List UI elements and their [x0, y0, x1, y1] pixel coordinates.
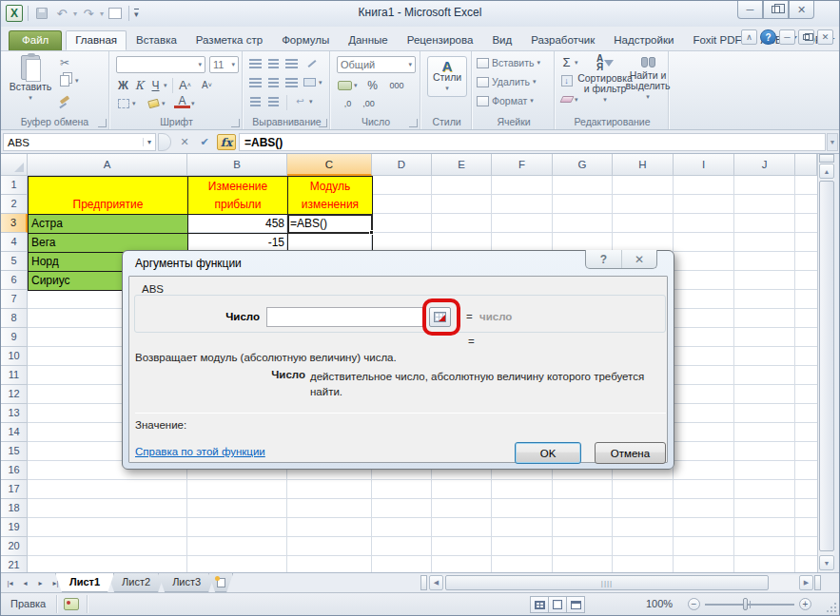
row-header-11[interactable]: 11	[1, 366, 28, 385]
scroll-right-icon[interactable]: ▶	[799, 575, 813, 590]
zoom-out-icon[interactable]: −	[688, 598, 700, 610]
ok-button[interactable]: OK	[515, 442, 581, 464]
ribbon-tab-рецензирова[interactable]: Рецензирова	[398, 30, 483, 50]
find-select-button[interactable]: Найти и выделить ▾	[629, 54, 667, 102]
font-dialog-launcher-icon[interactable]	[231, 119, 240, 127]
column-header-J[interactable]: J	[734, 154, 795, 176]
dialog-help-icon[interactable]: ?	[586, 250, 621, 268]
row-header-20[interactable]: 20	[1, 537, 28, 556]
autosum-button[interactable]: Σ	[558, 54, 575, 70]
horizontal-scroll-thumb[interactable]: ||||	[445, 575, 769, 590]
insert-cells-button[interactable]: Вставить▾	[477, 57, 540, 68]
sheet-tab-лист1[interactable]: Лист1	[55, 573, 114, 592]
row-header-1[interactable]: 1	[1, 176, 28, 195]
ribbon-tab-формулы[interactable]: Формулы	[272, 30, 339, 50]
scroll-down-icon[interactable]: ▼	[819, 555, 834, 570]
font-size-combo[interactable]: 11▾	[209, 56, 239, 73]
clear-dropdown-icon[interactable]: ▾	[575, 96, 578, 104]
ribbon-tab-вставка[interactable]: Вставка	[127, 30, 186, 50]
number-argument-input[interactable]	[266, 307, 425, 327]
borders-dropdown-icon[interactable]: ▾	[132, 100, 136, 107]
copy-dropdown-icon[interactable]: ▾	[75, 77, 79, 85]
workbook-restore-icon[interactable]	[798, 29, 814, 45]
column-header-partial[interactable]	[795, 154, 817, 176]
name-box-dropdown-icon[interactable]: ▾	[143, 138, 151, 146]
percent-style-button[interactable]: %	[364, 77, 381, 93]
number-format-combo[interactable]: Общий▾	[337, 56, 416, 73]
clipboard-dialog-launcher-icon[interactable]	[98, 119, 107, 127]
column-header-B[interactable]: B	[187, 154, 287, 176]
wrap-text-icon[interactable]: ↩	[292, 93, 308, 109]
sort-filter-button[interactable]: АЯ Сортировка и фильтр ▾	[583, 54, 627, 105]
name-box[interactable]: ABS▾	[3, 133, 156, 151]
accounting-format-icon[interactable]	[337, 77, 353, 93]
copy-icon[interactable]	[56, 72, 73, 88]
insert-worksheet-button[interactable]	[208, 573, 233, 592]
ribbon-tab-данные[interactable]: Данные	[339, 30, 398, 50]
horizontal-split-handle[interactable]	[814, 575, 821, 590]
function-help-link[interactable]: Справка по этой функции	[135, 446, 265, 457]
minimize-ribbon-icon[interactable]: ∧	[741, 29, 757, 45]
number-dialog-launcher-icon[interactable]	[409, 119, 418, 127]
ribbon-tab-разметка-стр[interactable]: Разметка стр	[186, 30, 272, 50]
cut-icon[interactable]: ✂	[56, 54, 73, 70]
row-header-14[interactable]: 14	[1, 423, 28, 442]
row-header-16[interactable]: 16	[1, 461, 28, 480]
cancel-entry-icon[interactable]: ✕	[176, 134, 193, 150]
row-header-3[interactable]: 3	[1, 214, 28, 233]
cell-B1:B2[interactable]: Изменение прибыли	[187, 176, 288, 215]
styles-button[interactable]: A Стили ▾	[427, 56, 467, 97]
restore-button[interactable]	[763, 1, 789, 19]
font-color-button[interactable]: А	[174, 95, 190, 108]
format-cells-button[interactable]: Формат▾	[477, 95, 534, 106]
sheet-tab-лист2[interactable]: Лист2	[107, 573, 165, 592]
row-header-6[interactable]: 6	[1, 271, 28, 290]
cell-A1:A2[interactable]: Предприятие	[28, 176, 188, 215]
zoom-slider-handle[interactable]	[743, 598, 748, 610]
paste-button[interactable]: Вставить ▾	[9, 55, 52, 103]
resize-grip-icon[interactable]	[826, 602, 837, 613]
workbook-close-icon[interactable]: ✕	[817, 29, 833, 45]
row-header-15[interactable]: 15	[1, 442, 28, 461]
column-header-H[interactable]: H	[613, 154, 674, 176]
row-header-17[interactable]: 17	[1, 480, 28, 499]
column-header-G[interactable]: G	[553, 154, 613, 176]
row-header-12[interactable]: 12	[1, 385, 28, 404]
first-sheet-icon[interactable]: |◂	[3, 575, 17, 590]
fill-color-dropdown-icon[interactable]: ▾	[162, 100, 166, 107]
align-left-icon[interactable]	[247, 74, 264, 90]
alignment-dialog-launcher-icon[interactable]	[319, 119, 327, 127]
vertical-split-handle[interactable]	[819, 154, 834, 163]
align-middle-icon[interactable]	[265, 55, 282, 71]
active-cell-selection[interactable]	[287, 214, 373, 234]
borders-icon[interactable]	[115, 95, 131, 111]
macro-record-icon[interactable]	[64, 598, 79, 610]
align-bottom-icon[interactable]	[283, 55, 300, 71]
increase-indent-icon[interactable]	[265, 93, 282, 109]
column-header-I[interactable]: I	[674, 154, 734, 176]
help-icon[interactable]: ?	[760, 29, 776, 45]
cancel-button[interactable]: Отмена	[595, 442, 666, 464]
align-center-icon[interactable]	[265, 74, 282, 90]
tab-split-handle[interactable]	[420, 575, 427, 590]
format-painter-icon[interactable]	[56, 91, 73, 107]
orientation-icon[interactable]	[303, 55, 320, 71]
merge-dropdown-icon[interactable]: ▾	[319, 79, 322, 87]
row-header-13[interactable]: 13	[1, 404, 28, 423]
zoom-level[interactable]: 100%	[646, 598, 673, 609]
font-name-combo[interactable]: ▾	[116, 56, 205, 73]
column-header-E[interactable]: E	[432, 154, 492, 176]
minimize-button[interactable]: ─	[737, 1, 763, 19]
close-button[interactable]: ✕	[789, 1, 814, 19]
fill-handle[interactable]	[369, 230, 374, 235]
row-header-2[interactable]: 2	[1, 195, 28, 214]
delete-cells-button[interactable]: Удалить▾	[477, 76, 537, 87]
row-header-8[interactable]: 8	[1, 309, 28, 328]
workbook-minimize-icon[interactable]: ─	[779, 29, 795, 45]
fill-icon[interactable]: ↓	[558, 72, 575, 88]
scroll-left-icon[interactable]: ◀	[429, 575, 443, 590]
cell-A3[interactable]: Астра	[28, 214, 188, 234]
row-header-4[interactable]: 4	[1, 233, 28, 252]
row-header-19[interactable]: 19	[1, 518, 28, 537]
shrink-font-button[interactable]: А˅	[199, 77, 215, 93]
